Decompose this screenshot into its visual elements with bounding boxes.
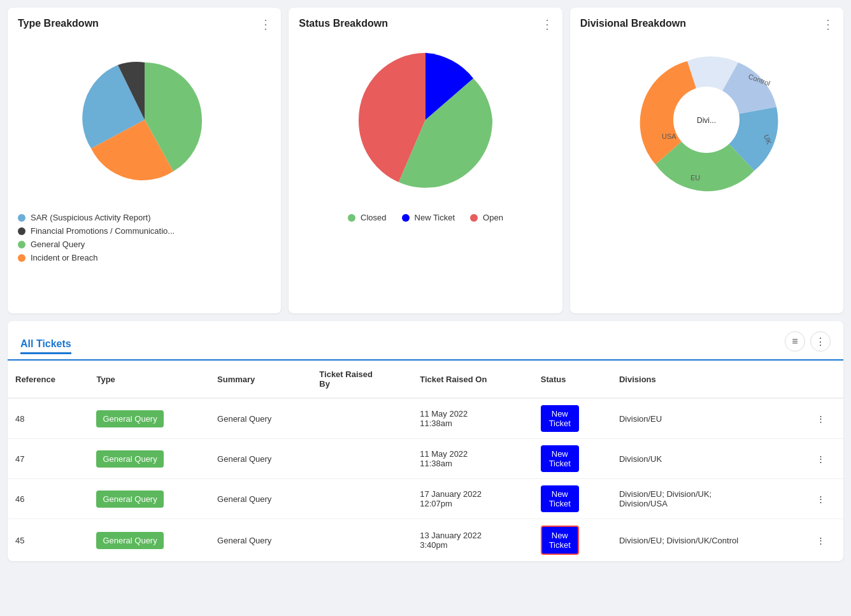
cell-summary: General Query [210,439,311,479]
table-row: 46General QueryGeneral Query17 January 2… [8,479,843,519]
cell-divisions: Division/EU; Division/UK/Control [611,519,809,562]
legend-item-financial: Financial Promotions / Communicatio... [18,226,271,236]
legend-dot-new-ticket [402,214,410,222]
cell-row-menu[interactable]: ⋮ [809,398,843,439]
status-badge: New Ticket [541,526,579,555]
col-reference: Reference [8,361,89,398]
svg-text:Divi...: Divi... [697,116,716,125]
cell-raised-by [311,439,412,479]
cell-type: General Query [89,479,210,519]
divisional-breakdown-menu[interactable]: ⋮ [822,18,834,31]
status-badge: New Ticket [541,445,579,472]
type-breakdown-menu[interactable]: ⋮ [259,18,272,31]
cell-type: General Query [89,519,210,562]
cell-divisions: Division/UK [611,439,809,479]
cell-raised-on: 11 May 2022 11:38am [412,398,533,439]
tickets-section: All Tickets ≡ ⋮ Reference Type Summary [8,321,843,561]
legend-dot-incident [18,254,25,262]
cell-summary: General Query [210,519,311,562]
cell-reference: 47 [8,439,89,479]
tickets-table-body: 48General QueryGeneral Query11 May 2022 … [8,398,843,561]
type-badge: General Query [96,450,163,468]
cell-raised-on: 13 January 2022 3:40pm [412,519,533,562]
divisional-breakdown-card: Divisional Breakdown ⋮ D [570,8,843,313]
cell-divisions: Division/EU [611,398,809,439]
cell-row-menu[interactable]: ⋮ [809,479,843,519]
filter-button[interactable]: ≡ [785,331,805,352]
status-breakdown-legend: Closed New Ticket Open [299,213,552,222]
status-breakdown-menu[interactable]: ⋮ [541,18,554,31]
col-status: Status [533,361,611,398]
cell-raised-by [311,479,412,519]
tickets-table: Reference Type Summary Ticket Raised By … [8,361,843,561]
tickets-menu-button[interactable]: ⋮ [810,331,831,352]
cell-raised-on: 11 May 2022 11:38am [412,439,533,479]
svg-text:USA: USA [662,133,676,140]
divisional-breakdown-title: Divisional Breakdown [580,18,833,29]
cell-row-menu[interactable]: ⋮ [809,519,843,562]
legend-item-incident: Incident or Breach [18,253,271,262]
tickets-table-container: Reference Type Summary Ticket Raised By … [8,361,843,561]
col-summary: Summary [210,361,311,398]
table-row: 48General QueryGeneral Query11 May 2022 … [8,398,843,439]
legend-item-open: Open [470,213,503,222]
type-badge: General Query [96,410,163,427]
cell-status: New Ticket [533,519,611,562]
table-header: Reference Type Summary Ticket Raised By … [8,361,843,398]
col-type: Type [89,361,210,398]
cell-row-menu[interactable]: ⋮ [809,439,843,479]
cell-type: General Query [89,398,210,439]
status-breakdown-chart [299,37,552,203]
cell-raised-on: 17 January 2022 12:07pm [412,479,533,519]
cell-status: New Ticket [533,439,611,479]
tickets-header: All Tickets ≡ ⋮ [8,321,843,361]
legend-item-general: General Query [18,240,271,249]
cell-status: New Ticket [533,398,611,439]
table-row: 45General QueryGeneral Query13 January 2… [8,519,843,562]
type-breakdown-title: Type Breakdown [18,18,271,29]
status-breakdown-title: Status Breakdown [299,18,552,29]
cell-type: General Query [89,439,210,479]
divisional-breakdown-chart: Divi... Control UK EU USA [580,37,833,203]
col-divisions: Divisions [611,361,809,398]
type-badge: General Query [96,532,163,549]
legend-dot-financial [18,227,25,235]
cell-summary: General Query [210,479,311,519]
type-breakdown-card: Type Breakdown ⋮ SAR (Suspicious Ac [8,8,281,313]
svg-text:EU: EU [690,174,700,182]
type-breakdown-chart [18,37,271,203]
type-breakdown-legend: SAR (Suspicious Activity Report) Financi… [18,213,271,262]
table-row: 47General QueryGeneral Query11 May 2022 … [8,439,843,479]
cell-divisions: Division/EU; Division/UK; Division/USA [611,479,809,519]
legend-dot-sar [18,214,25,222]
cell-summary: General Query [210,398,311,439]
legend-dot-open [470,214,478,222]
tickets-menu-icon: ⋮ [815,336,826,348]
cell-raised-by [311,398,412,439]
col-raised-by: Ticket Raised By [311,361,412,398]
status-badge: New Ticket [541,405,579,432]
filter-icon: ≡ [792,336,797,347]
legend-item-new-ticket: New Ticket [402,213,455,222]
type-badge: General Query [96,491,163,508]
col-actions-header [809,361,843,398]
cell-status: New Ticket [533,479,611,519]
status-badge: New Ticket [541,485,579,512]
legend-dot-closed [348,214,355,222]
cell-reference: 45 [8,519,89,562]
tickets-title: All Tickets [20,338,71,354]
tickets-actions: ≡ ⋮ [785,331,831,352]
legend-item-sar: SAR (Suspicious Activity Report) [18,213,271,222]
cell-raised-by [311,519,412,562]
cell-reference: 48 [8,398,89,439]
legend-dot-general [18,241,25,248]
cell-reference: 46 [8,479,89,519]
col-raised-on: Ticket Raised On [412,361,533,398]
legend-item-closed: Closed [348,213,386,222]
status-breakdown-card: Status Breakdown ⋮ Closed [289,8,562,313]
